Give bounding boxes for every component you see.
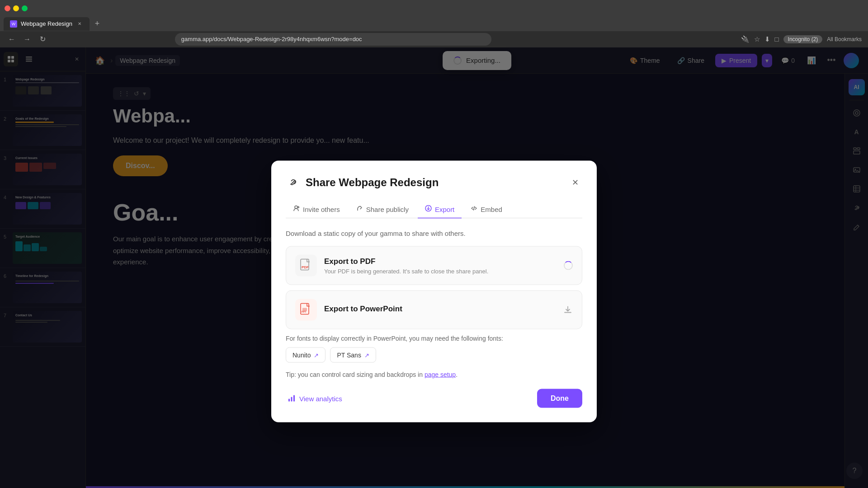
page-setup-link[interactable]: page setup <box>425 371 456 378</box>
export-ppt-title: Export to PowerPoint <box>324 305 556 314</box>
tab-favicon: W <box>10 20 17 28</box>
modal-close-button[interactable]: ✕ <box>568 175 582 190</box>
export-pdf-card[interactable]: PDF Export to PDF Your PDF is being gene… <box>286 246 582 285</box>
new-tab-button[interactable]: + <box>91 18 103 30</box>
tip-prefix: Tip: you can control card sizing and bac… <box>286 371 425 378</box>
window-close-button[interactable] <box>5 5 10 11</box>
incognito-badge: Incognito (2) <box>783 35 823 43</box>
share-modal: Share Webpage Redesign ✕ Invite others S… <box>271 161 597 422</box>
view-analytics-label: View analytics <box>299 394 342 402</box>
window-minimize-button[interactable] <box>13 5 19 11</box>
bookmarks-label: All Bookmarks <box>827 36 862 42</box>
nunito-font-tag[interactable]: Nunito ↗ <box>286 347 326 363</box>
browser-chrome: W Webpage Redesign ✕ + ← → ↻ gamma.app/d… <box>0 0 868 47</box>
browser-addressbar: ← → ↻ gamma.app/docs/Webpage-Redesign-2r… <box>0 31 868 47</box>
ptsans-label: PT Sans <box>337 352 361 359</box>
modal-description: Download a static copy of your gamma to … <box>286 230 582 237</box>
reload-button[interactable]: ↻ <box>37 34 48 45</box>
svg-rect-25 <box>288 399 290 402</box>
profile-button[interactable]: □ <box>775 35 779 43</box>
export-pdf-action <box>564 261 573 270</box>
pdf-spinner <box>564 261 573 270</box>
browser-tabs: W Webpage Redesign ✕ + <box>0 16 868 31</box>
external-link-icon: ↗ <box>314 352 319 358</box>
embed-icon <box>471 205 477 213</box>
bookmark-button[interactable]: ☆ <box>754 35 760 43</box>
tab-export[interactable]: Export <box>418 201 462 219</box>
extensions-button[interactable]: 🔌 <box>741 35 750 43</box>
ptsans-font-tag[interactable]: PT Sans ↗ <box>330 347 376 363</box>
window-controls <box>5 5 28 11</box>
url-text: gamma.app/docs/Webpage-Redesign-2r98y4nh… <box>181 36 362 42</box>
svg-rect-27 <box>293 395 295 402</box>
tab-export-label: Export <box>435 205 454 213</box>
browser-actions: 🔌 ☆ ⬇ □ Incognito (2) All Bookmarks <box>741 35 862 43</box>
pdf-icon: PDF <box>295 255 317 277</box>
download-button[interactable]: ⬇ <box>764 35 770 43</box>
tip-text: Tip: you can control card sizing and bac… <box>286 371 582 378</box>
tip-suffix: . <box>456 371 458 378</box>
tab-embed[interactable]: Embed <box>463 201 509 219</box>
svg-text:PPT: PPT <box>302 310 307 313</box>
address-bar[interactable]: gamma.app/docs/Webpage-Redesign-2r98y4nh… <box>175 33 491 46</box>
modal-header: Share Webpage Redesign ✕ <box>286 175 582 190</box>
modal-tabs: Invite others Share publicly Export <box>286 201 582 219</box>
export-icon <box>425 205 432 213</box>
export-pdf-title: Export to PDF <box>324 257 557 266</box>
svg-rect-26 <box>291 397 292 402</box>
view-analytics-button[interactable]: View analytics <box>286 391 344 406</box>
forward-button[interactable]: → <box>22 34 33 45</box>
tab-invite-others[interactable]: Invite others <box>286 201 347 219</box>
export-pdf-subtitle: Your PDF is being generated. It's safe t… <box>324 267 557 274</box>
export-ppt-card[interactable]: PPT Export to PowerPoint <box>286 291 582 329</box>
tab-label: Webpage Redesign <box>21 20 72 27</box>
modal-footer: View analytics Done <box>286 389 582 408</box>
active-tab[interactable]: W Webpage Redesign ✕ <box>4 17 90 31</box>
back-button[interactable]: ← <box>6 34 17 45</box>
export-ppt-info: Export to PowerPoint <box>324 305 556 315</box>
fonts-label: For fonts to display correctly in PowerP… <box>286 335 582 342</box>
browser-titlebar <box>0 0 868 16</box>
share-public-icon <box>356 205 363 213</box>
tab-share-label: Share publicly <box>366 205 409 213</box>
export-ppt-download-icon[interactable] <box>563 305 573 315</box>
font-tags: Nunito ↗ PT Sans ↗ <box>286 347 582 363</box>
svg-text:PDF: PDF <box>302 265 309 269</box>
ppt-icon: PPT <box>295 299 317 321</box>
export-pdf-info: Export to PDF Your PDF is being generate… <box>324 257 557 274</box>
tab-close-button[interactable]: ✕ <box>76 20 83 28</box>
done-button[interactable]: Done <box>537 389 582 408</box>
modal-link-icon <box>286 175 300 190</box>
nunito-label: Nunito <box>292 352 311 359</box>
tab-invite-label: Invite others <box>303 205 340 213</box>
tab-embed-label: Embed <box>481 205 502 213</box>
external-link-icon2: ↗ <box>364 352 369 358</box>
window-maximize-button[interactable] <box>22 5 28 11</box>
svg-point-18 <box>295 206 297 209</box>
modal-title: Share Webpage Redesign <box>306 176 439 189</box>
modal-title-row: Share Webpage Redesign <box>286 175 439 190</box>
tab-share-publicly[interactable]: Share publicly <box>349 201 416 219</box>
invite-icon <box>293 205 300 213</box>
